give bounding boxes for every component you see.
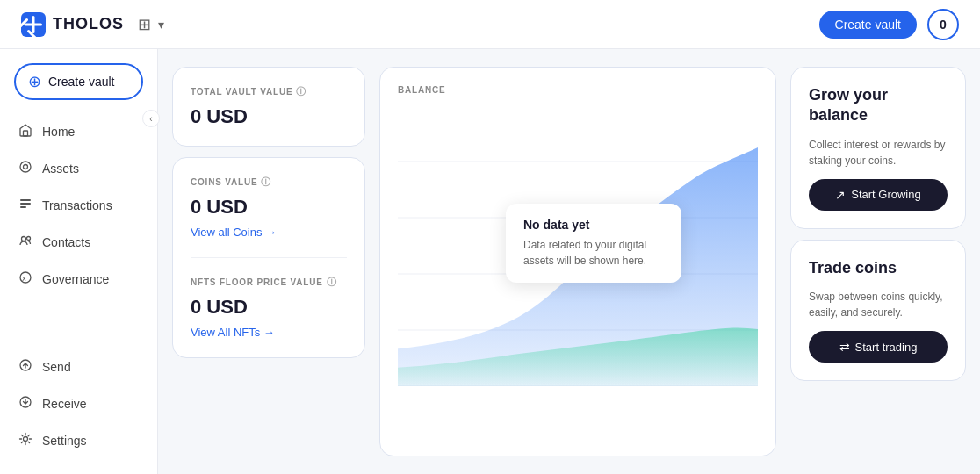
grow-card: Grow your balance Collect interest or re… [790,67,966,229]
sidebar-item-settings-label: Settings [42,434,87,448]
nfts-label: NFTS FLOOR PRICE VALUE ⓘ [191,276,347,289]
header-right: Create vault 0 [819,9,959,40]
no-data-title: No data yet [523,218,664,232]
assets-icon [18,160,33,177]
svg-rect-10 [20,206,26,208]
balance-card: BALANCE [379,67,776,456]
sidebar-item-transactions[interactable]: Transactions [7,188,150,223]
create-vault-sidebar-button[interactable]: ⊕ Create vault [14,63,143,100]
start-trading-label: Start trading [855,341,918,354]
notification-badge[interactable]: 0 [927,9,959,40]
main-layout: ⊕ Create vault Home Assets Transactio [0,49,980,474]
swap-icon: ⇄ [839,340,850,354]
header-left: THOLOS ⊞ ▾ [21,12,164,37]
svg-rect-5 [24,131,28,136]
sidebar-item-governance-label: Governance [42,272,109,286]
logo: THOLOS [21,12,124,37]
transactions-icon [18,197,33,214]
svg-point-7 [24,165,28,169]
sidebar-item-governance[interactable]: x Governance [7,262,150,297]
plus-circle-icon: ⊕ [28,72,41,91]
sidebar-bottom: Send Receive Settings [0,349,157,460]
start-trading-button[interactable]: ⇄ Start trading [809,331,948,363]
total-vault-value: 0 USD [191,105,347,128]
sidebar-item-assets-label: Assets [42,162,79,176]
governance-icon: x [18,270,33,288]
create-vault-header-button[interactable]: Create vault [819,11,917,39]
start-growing-button[interactable]: ↗ Start Growing [809,179,948,211]
sidebar-item-send-label: Send [42,360,71,374]
grow-card-title: Grow your balance [809,85,948,126]
coins-label: COINS VALUE ⓘ [191,176,347,189]
svg-point-6 [20,162,31,172]
svg-rect-2 [25,23,42,25]
svg-point-11 [22,237,26,241]
svg-rect-9 [20,203,31,205]
view-all-coins-link[interactable]: View all Coins → [191,226,277,239]
logo-icon [21,12,46,37]
sidebar-item-home[interactable]: Home [7,114,150,149]
total-vault-card: TOTAL VAULT VALUE ⓘ 0 USD [172,67,365,147]
contacts-icon [18,233,33,251]
nfts-info-icon[interactable]: ⓘ [327,276,337,289]
coins-section: COINS VALUE ⓘ 0 USD View all Coins → [173,158,364,257]
no-data-desc: Data related to your digital assets will… [523,237,664,269]
coins-value: 0 USD [191,196,347,219]
sidebar-item-home-label: Home [42,125,75,139]
sidebar-item-send[interactable]: Send [7,349,150,384]
svg-text:x: x [22,275,26,283]
sidebar-nav: Home Assets Transactions Contacts [0,114,157,349]
sidebar-item-transactions-label: Transactions [42,198,112,212]
svg-point-12 [27,237,31,241]
trending-up-icon: ↗ [835,188,846,202]
receive-icon [18,395,33,413]
view-all-nfts-link[interactable]: View All NFTs → [191,326,275,339]
create-vault-sidebar-label: Create vault [48,75,114,89]
coins-nfts-card: COINS VALUE ⓘ 0 USD View all Coins → NFT… [172,157,365,358]
total-vault-info-icon[interactable]: ⓘ [296,85,306,98]
main-content: TOTAL VAULT VALUE ⓘ 0 USD COINS VALUE ⓘ … [158,49,980,474]
sidebar-item-contacts[interactable]: Contacts [7,225,150,260]
chevron-down-icon[interactable]: ▾ [158,18,164,32]
trade-card-desc: Swap between coins quickly, easily, and … [809,289,948,320]
left-cards-column: TOTAL VAULT VALUE ⓘ 0 USD COINS VALUE ⓘ … [172,67,365,456]
sidebar-item-receive-label: Receive [42,397,87,411]
sidebar-item-settings[interactable]: Settings [7,423,150,458]
svg-point-17 [24,437,28,442]
sidebar-collapse-button[interactable]: ‹ [142,110,160,127]
grow-card-desc: Collect interest or rewards by staking y… [809,137,948,169]
coins-info-icon[interactable]: ⓘ [261,176,271,189]
no-data-tooltip: No data yet Data related to your digital… [506,204,681,283]
home-icon [18,123,33,140]
logo-text: THOLOS [53,15,124,33]
app-header: THOLOS ⊞ ▾ Create vault 0 [0,0,980,49]
nfts-section: NFTS FLOOR PRICE VALUE ⓘ 0 USD View All … [173,258,364,357]
trade-card: Trade coins Swap between coins quickly, … [790,240,966,381]
send-icon [18,358,33,376]
grid-icon[interactable]: ⊞ [138,15,151,34]
nfts-value: 0 USD [191,296,347,319]
settings-icon [18,432,33,449]
start-growing-label: Start Growing [851,188,920,201]
balance-label: BALANCE [398,85,758,95]
total-vault-label: TOTAL VAULT VALUE ⓘ [191,85,347,98]
chart-area: No data yet Data related to your digital… [398,105,758,386]
svg-rect-8 [20,199,31,201]
sidebar-item-contacts-label: Contacts [42,235,90,249]
right-action-cards: Grow your balance Collect interest or re… [790,67,966,456]
sidebar-item-receive[interactable]: Receive [7,386,150,421]
sidebar: ⊕ Create vault Home Assets Transactio [0,49,158,474]
trade-card-title: Trade coins [809,258,948,278]
sidebar-item-assets[interactable]: Assets [7,151,150,186]
